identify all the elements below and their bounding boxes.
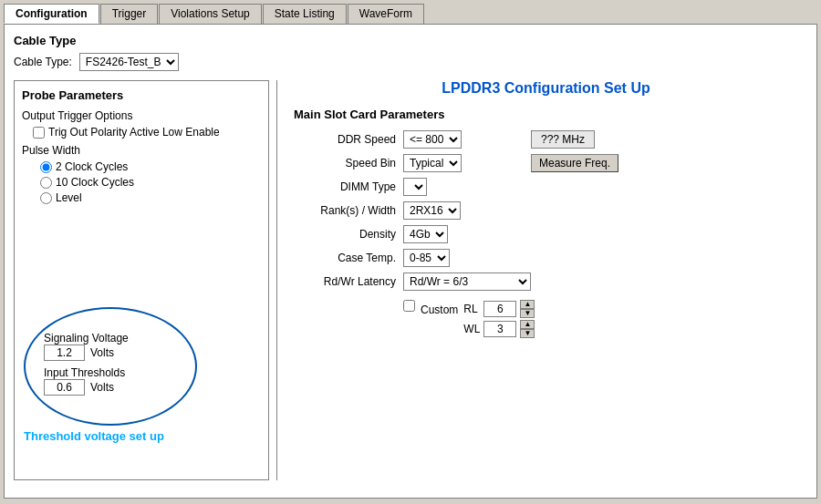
cable-type-select[interactable]: FS2426-Test_B [79, 53, 179, 71]
output-trigger-label: Output Trigger Options [22, 109, 261, 122]
tab-waveform[interactable]: WaveForm [348, 4, 424, 24]
tab-configuration[interactable]: Configuration [4, 4, 99, 24]
radio-10clock-label: 10 Clock Cycles [56, 176, 134, 189]
trig-out-checkbox-row: Trig Out Polarity Active Low Enable [33, 126, 261, 139]
radio-2clock-label: 2 Clock Cycles [56, 160, 128, 173]
dimm-type-select[interactable] [403, 178, 427, 196]
ranks-select[interactable]: 2RX16 [403, 201, 461, 220]
rl-spin-up[interactable]: ▲ [520, 300, 535, 309]
probe-parameters-title: Probe Parameters [22, 88, 261, 102]
custom-checkbox[interactable] [403, 300, 415, 312]
speed-bin-select[interactable]: Typical [403, 154, 462, 172]
rl-spin-down[interactable]: ▼ [520, 309, 535, 318]
radio-2clock: 2 Clock Cycles [40, 160, 261, 173]
rl-label: RL [463, 303, 480, 315]
radio-10clock: 10 Clock Cycles [40, 176, 261, 189]
input-thresholds-input[interactable] [44, 379, 85, 396]
threshold-caption: Threshold voltage set up [24, 429, 206, 443]
rd-wr-label: Rd/Wr Latency [294, 275, 403, 288]
density-label: Density [294, 228, 403, 241]
params-grid: DDR Speed <= 800 ??? MHz Speed Bin Typic… [294, 130, 798, 291]
content-layout: Probe Parameters Output Trigger Options … [14, 80, 807, 480]
density-control: 4Gb [403, 225, 531, 243]
signaling-voltage-row: Volts [44, 345, 177, 361]
dimm-type-control [403, 178, 531, 196]
wl-spin-down[interactable]: ▼ [520, 329, 535, 338]
rl-spinner: ▲ ▼ [520, 300, 535, 318]
signaling-volts-label: Volts [90, 346, 114, 359]
ddr-speed-select[interactable]: <= 800 [403, 130, 462, 149]
radio-level-label: Level [56, 191, 82, 204]
input-volts-label: Volts [90, 381, 114, 394]
wl-spinner: ▲ ▼ [520, 320, 535, 338]
lpddr-title: LPDDR3 Configuration Set Up [294, 80, 798, 97]
rl-wl-grid: RL ▲ ▼ WL ▲ ▼ [463, 300, 535, 338]
case-temp-label: Case Temp. [294, 252, 403, 264]
tab-bar: Configuration Trigger Violations Setup S… [0, 0, 821, 24]
ddr-speed-label: DDR Speed [294, 133, 403, 146]
density-select[interactable]: 4Gb [403, 225, 448, 243]
custom-row: Custom RL ▲ ▼ WL ▲ [403, 300, 798, 338]
signaling-voltage-label: Signaling Voltage [44, 332, 177, 345]
case-temp-select[interactable]: 0-85 [403, 249, 450, 267]
trig-out-checkbox[interactable] [33, 127, 45, 139]
measure-btn-wrapper: Measure Freq. [531, 154, 798, 172]
wl-row: WL ▲ ▼ [463, 320, 535, 338]
main-content: Cable Type Cable Type: FS2426-Test_B Pro… [4, 24, 817, 499]
speed-bin-control: Typical [403, 154, 531, 172]
signaling-voltage-input[interactable] [44, 345, 85, 361]
cable-type-label: Cable Type: [14, 56, 72, 68]
wl-input[interactable] [483, 321, 516, 337]
cable-type-section-title: Cable Type [14, 34, 807, 47]
main-slot-title: Main Slot Card Parameters [294, 108, 798, 121]
wl-spin-up[interactable]: ▲ [520, 320, 535, 329]
cable-type-row: Cable Type: FS2426-Test_B [14, 53, 807, 71]
rd-wr-select[interactable]: Rd/Wr = 6/3 [403, 273, 531, 291]
voltage-circle: Signaling Voltage Volts Input Thresholds… [24, 307, 197, 426]
speed-bin-label: Speed Bin [294, 157, 403, 170]
custom-label: Custom [421, 300, 458, 320]
radio-10clock-input[interactable] [40, 177, 52, 189]
radio-level: Level [40, 191, 261, 204]
input-thresholds-label: Input Thresholds [44, 366, 177, 379]
rl-input[interactable] [483, 301, 516, 317]
ranks-label: Rank(s) / Width [294, 204, 403, 217]
mhz-display: ??? MHz [531, 130, 595, 149]
tab-violations-setup[interactable]: Violations Setup [159, 4, 262, 24]
input-thresholds-row: Volts [44, 379, 177, 396]
main-slot-panel: LPDDR3 Configuration Set Up Main Slot Ca… [285, 80, 807, 480]
ddr-speed-control: <= 800 [403, 130, 531, 149]
ranks-control: 2RX16 [403, 201, 531, 220]
probe-parameters-panel: Probe Parameters Output Trigger Options … [14, 80, 269, 480]
radio-2clock-input[interactable] [40, 161, 52, 173]
wl-label: WL [463, 323, 480, 335]
mhz-display-wrapper: ??? MHz [531, 130, 798, 149]
rd-wr-control: Rd/Wr = 6/3 [403, 273, 531, 291]
dimm-type-label: DIMM Type [294, 180, 403, 193]
trig-out-label: Trig Out Polarity Active Low Enable [48, 126, 220, 139]
case-temp-control: 0-85 [403, 249, 531, 267]
radio-level-input[interactable] [40, 192, 52, 204]
panel-separator [276, 80, 277, 480]
voltage-circle-wrapper: Signaling Voltage Volts Input Thresholds… [24, 307, 206, 443]
measure-freq-button[interactable]: Measure Freq. [531, 154, 618, 172]
rl-row: RL ▲ ▼ [463, 300, 535, 318]
tab-state-listing[interactable]: State Listing [263, 4, 347, 24]
tab-trigger[interactable]: Trigger [100, 4, 159, 24]
pulse-width-label: Pulse Width [22, 144, 261, 157]
